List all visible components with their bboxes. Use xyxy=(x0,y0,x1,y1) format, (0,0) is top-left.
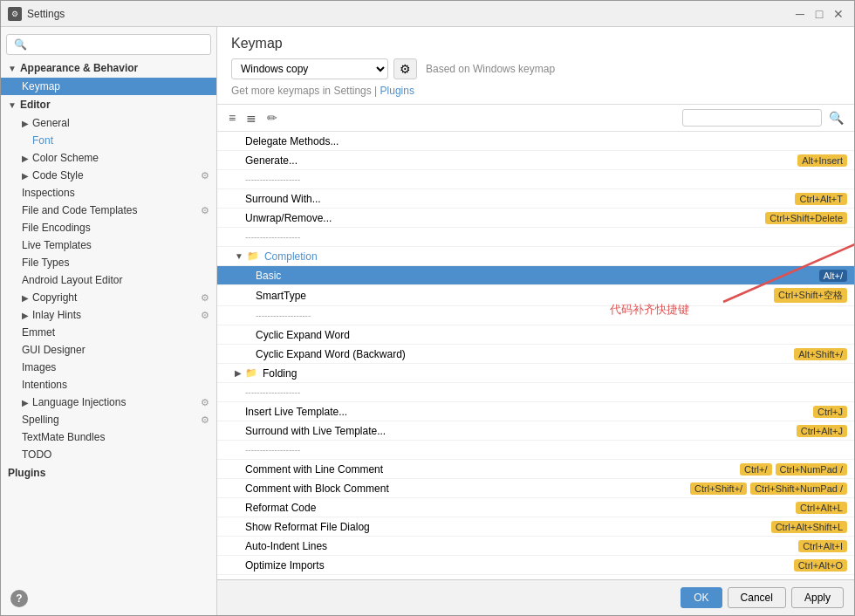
keymap-select[interactable]: Windows copy xyxy=(231,58,388,79)
chevron-right-icon: ▶ xyxy=(22,171,29,181)
row-label: Surround With... xyxy=(245,193,795,205)
sidebar-item-language-injections[interactable]: ▶ Language Injections ⚙ xyxy=(1,394,216,411)
keymap-row[interactable]: Delegate Methods... xyxy=(217,132,854,151)
row-label: SmartType xyxy=(256,290,774,302)
shortcut-badge: Ctrl+Alt+T xyxy=(795,193,847,205)
row-label: Optimize Imports xyxy=(245,559,794,572)
window-title: Settings xyxy=(27,8,791,20)
keymap-row-basic[interactable]: Basic Alt+/ xyxy=(217,266,854,285)
shortcut-badges: Ctrl+/ Ctrl+NumPad / xyxy=(740,463,847,476)
sidebar-item-images[interactable]: Images xyxy=(1,359,216,376)
keymap-row: ------------------- xyxy=(217,228,854,247)
ok-button[interactable]: OK xyxy=(681,587,722,608)
shortcut-badges: Alt+Shift+/ xyxy=(794,348,847,360)
sidebar-item-color-scheme[interactable]: ▶ Color Scheme xyxy=(1,149,216,167)
row-label: Comment with Line Comment xyxy=(245,463,740,476)
shortcut-badges: Ctrl+Alt+Shift+L xyxy=(771,521,847,533)
sidebar-item-keymap[interactable]: Keymap xyxy=(1,78,216,95)
keymap-row-completion[interactable]: ▼ 📁 Completion xyxy=(217,247,854,266)
settings-icon: ⚙ xyxy=(201,414,209,426)
sidebar-item-appearance[interactable]: ▼ Appearance & Behavior xyxy=(1,58,216,78)
keymap-list: Delegate Methods... Generate... Alt+Inse… xyxy=(217,132,854,575)
sidebar-item-file-encodings[interactable]: File Encodings xyxy=(1,219,216,236)
maximize-button[interactable]: □ xyxy=(811,5,828,23)
minimize-button[interactable]: ─ xyxy=(791,5,809,23)
sidebar-item-code-style[interactable]: ▶ Code Style ⚙ xyxy=(1,167,216,184)
shortcut-badge: Ctrl+Alt+J xyxy=(797,425,847,437)
separator-label: ------------------- xyxy=(245,232,847,242)
chevron-right-icon: ▶ xyxy=(22,398,29,407)
sidebar-item-spelling[interactable]: Spelling ⚙ xyxy=(1,411,216,428)
row-label: Completion xyxy=(264,250,847,263)
row-label: Surround with Live Template... xyxy=(245,425,797,437)
sidebar-item-general[interactable]: ▶ General xyxy=(1,114,216,132)
row-label: Insert Live Template... xyxy=(245,406,813,418)
sidebar-item-font[interactable]: Font xyxy=(1,132,216,149)
shortcut-badges: Ctrl+Shift+Delete xyxy=(765,212,847,224)
window-controls: ─ □ ✕ xyxy=(791,5,847,23)
keymap-list-container: Delegate Methods... Generate... Alt+Inse… xyxy=(217,132,854,579)
shortcut-badge: Ctrl+Shift+NumPad / xyxy=(750,483,847,495)
keymap-row-cyclic-expand[interactable]: Cyclic Expand Word xyxy=(217,325,854,345)
keymap-gear-button[interactable]: ⚙ xyxy=(393,58,417,79)
shortcut-badge: Ctrl+Alt+I xyxy=(798,540,847,552)
shortcut-badges: Ctrl+J xyxy=(813,406,847,418)
keymap-row[interactable]: Comment with Block Comment Ctrl+Shift+/ … xyxy=(217,479,854,498)
keymap-row[interactable]: Surround with Live Template... Ctrl+Alt+… xyxy=(217,421,854,441)
sidebar-item-emmet[interactable]: Emmet xyxy=(1,324,216,341)
chevron-down-icon: ▼ xyxy=(235,251,243,261)
sidebar-item-intentions[interactable]: Intentions xyxy=(1,376,216,394)
cancel-button[interactable]: Cancel xyxy=(728,587,786,608)
keymap-row-folding[interactable]: ▶ 📁 Folding xyxy=(217,364,854,383)
keymap-search-input[interactable] xyxy=(682,109,822,127)
shortcut-badges: Ctrl+Alt+O xyxy=(794,559,847,572)
chevron-right-icon: ▶ xyxy=(235,368,242,378)
sidebar-item-file-code-templates[interactable]: File and Code Templates ⚙ xyxy=(1,202,216,219)
settings-icon: ⚙ xyxy=(201,205,209,216)
keymap-row[interactable]: Unwrap/Remove... Ctrl+Shift+Delete xyxy=(217,209,854,228)
sidebar-item-gui-designer[interactable]: GUI Designer xyxy=(1,341,216,359)
search-options-button[interactable]: 🔍 xyxy=(825,109,847,127)
sidebar-search-input[interactable] xyxy=(6,34,211,55)
row-label: Cyclic Expand Word (Backward) xyxy=(256,348,794,360)
shortcut-badge: Alt+Insert xyxy=(797,154,847,167)
row-label: Basic xyxy=(256,270,819,282)
row-label: Auto-Indent Lines xyxy=(245,540,798,552)
help-button[interactable]: ? xyxy=(10,590,28,607)
keymap-row-cyclic-expand-back[interactable]: Cyclic Expand Word (Backward) Alt+Shift+… xyxy=(217,345,854,364)
collapse-all-button[interactable]: ≣ xyxy=(242,108,261,127)
chevron-right-icon: ▶ xyxy=(22,154,29,163)
expand-all-button[interactable]: ≡ xyxy=(224,108,240,127)
get-more-link: Get more keymaps in Settings | Plugins xyxy=(231,85,840,97)
keymap-row[interactable]: Comment with Line Comment Ctrl+/ Ctrl+Nu… xyxy=(217,460,854,479)
shortcut-badge: Alt+/ xyxy=(819,270,847,282)
sidebar-item-file-types[interactable]: File Types xyxy=(1,254,216,271)
sidebar-item-live-templates[interactable]: Live Templates xyxy=(1,236,216,254)
folder-icon: 📁 xyxy=(247,250,259,262)
plugins-link[interactable]: Plugins xyxy=(380,85,414,97)
keymap-row[interactable]: SmartType Ctrl+Shift+空格 xyxy=(217,285,854,306)
shortcut-badges: Alt+/ xyxy=(819,270,847,282)
keymap-row[interactable]: Optimize Imports Ctrl+Alt+O xyxy=(217,556,854,575)
sidebar-item-inlay-hints[interactable]: ▶ Inlay Hints ⚙ xyxy=(1,306,216,324)
shortcut-badge: Ctrl+Shift+空格 xyxy=(774,288,847,303)
sidebar-item-inspections[interactable]: Inspections xyxy=(1,184,216,202)
apply-button[interactable]: Apply xyxy=(791,587,844,608)
sidebar-item-todo[interactable]: TODO xyxy=(1,446,216,463)
close-button[interactable]: ✕ xyxy=(830,5,847,23)
keymap-row[interactable]: Reformat Code Ctrl+Alt+L xyxy=(217,498,854,517)
shortcut-badges: Ctrl+Alt+I xyxy=(798,540,847,552)
keymap-row[interactable]: Surround With... Ctrl+Alt+T xyxy=(217,189,854,209)
edit-button[interactable]: ✏ xyxy=(263,108,282,127)
sidebar-item-editor[interactable]: ▼ Editor xyxy=(1,95,216,114)
keymap-row[interactable]: Generate... Alt+Insert xyxy=(217,151,854,170)
sidebar-item-plugins[interactable]: Plugins xyxy=(1,463,216,483)
sidebar-item-android-layout[interactable]: Android Layout Editor xyxy=(1,271,216,289)
shortcut-badge: Ctrl+J xyxy=(813,406,847,418)
sidebar-item-textmate-bundles[interactable]: TextMate Bundles xyxy=(1,428,216,446)
sidebar-item-copyright[interactable]: ▶ Copyright ⚙ xyxy=(1,289,216,306)
keymap-row[interactable]: Insert Live Template... Ctrl+J xyxy=(217,402,854,421)
right-panel: Keymap Windows copy ⚙ Based on Windows k… xyxy=(217,27,854,615)
keymap-row[interactable]: Auto-Indent Lines Ctrl+Alt+I xyxy=(217,537,854,556)
keymap-row[interactable]: Show Reformat File Dialog Ctrl+Alt+Shift… xyxy=(217,517,854,537)
